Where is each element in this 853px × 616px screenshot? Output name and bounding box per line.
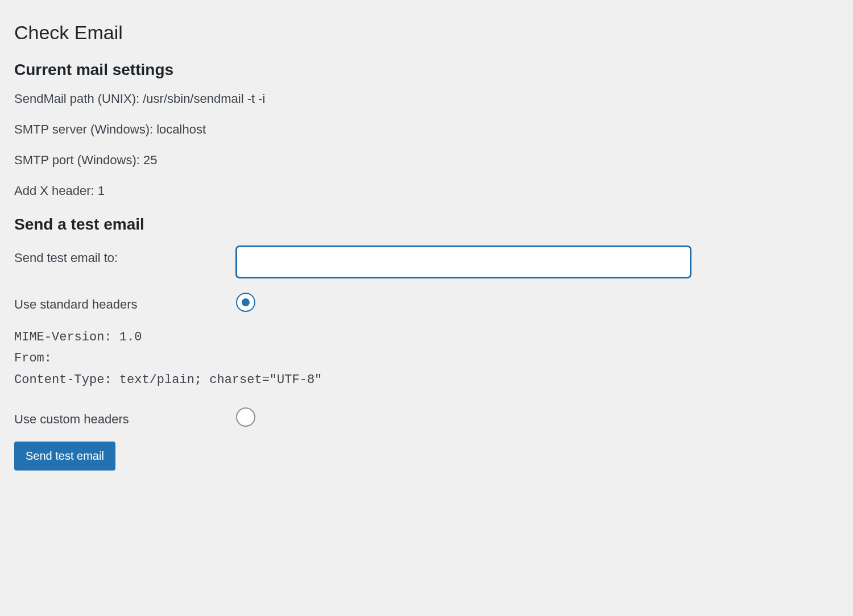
sendmail-path-value: /usr/sbin/sendmail -t -i	[143, 91, 265, 106]
send-to-label: Send test email to:	[14, 246, 236, 265]
custom-headers-label: Use custom headers	[14, 407, 236, 427]
sendmail-path-label: SendMail path (UNIX):	[14, 91, 139, 106]
standard-headers-label: Use standard headers	[14, 293, 236, 312]
page-wrap: Check Email Current mail settings SendMa…	[0, 0, 728, 493]
smtp-port-label: SMTP port (Windows):	[14, 153, 140, 167]
current-mail-settings-heading: Current mail settings	[14, 61, 714, 79]
xheader-line: Add X header: 1	[14, 184, 714, 198]
send-to-input[interactable]	[236, 246, 691, 278]
custom-headers-row: Use custom headers	[14, 407, 714, 427]
smtp-server-label: SMTP server (Windows):	[14, 122, 153, 136]
custom-headers-radio[interactable]	[236, 407, 255, 427]
send-to-row: Send test email to:	[14, 246, 714, 278]
smtp-port-line: SMTP port (Windows): 25	[14, 153, 714, 168]
smtp-server-line: SMTP server (Windows): localhost	[14, 122, 714, 137]
send-test-email-heading: Send a test email	[14, 215, 714, 234]
standard-headers-row: Use standard headers	[14, 293, 714, 312]
xheader-label: Add X header:	[14, 184, 94, 198]
standard-headers-preview: MIME-Version: 1.0 From: Content-Type: te…	[14, 327, 714, 390]
sendmail-path-line: SendMail path (UNIX): /usr/sbin/sendmail…	[14, 91, 714, 106]
page-title: Check Email	[14, 22, 714, 44]
send-test-email-button[interactable]: Send test email	[14, 442, 115, 471]
smtp-port-value: 25	[143, 153, 157, 167]
smtp-server-value: localhost	[156, 122, 206, 136]
standard-headers-radio[interactable]	[236, 293, 255, 312]
xheader-value: 1	[98, 184, 105, 198]
